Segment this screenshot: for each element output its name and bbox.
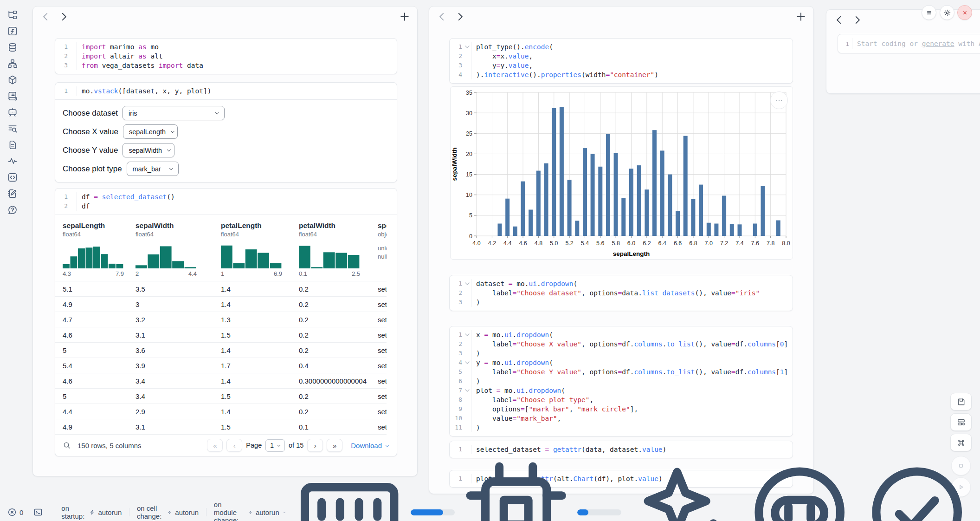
column-prev-button[interactable] xyxy=(436,11,448,23)
fold-chevron-icon[interactable] xyxy=(464,279,471,288)
run-mode-on-cell-change[interactable]: on cell change:autorun xyxy=(129,504,206,520)
table-cell: 1.4 xyxy=(213,300,291,308)
column-dtype: float64 xyxy=(221,231,287,238)
new-cell-editor[interactable]: 1 Start coding or generate with AI xyxy=(838,34,980,53)
fold-spacer xyxy=(464,423,471,432)
sidebar-item-snippets[interactable] xyxy=(4,169,21,185)
choose-y-value-select[interactable]: sepalWidth xyxy=(122,143,174,157)
column-name[interactable]: petalWidth xyxy=(299,221,366,230)
column-name[interactable]: sepalLength xyxy=(63,221,123,230)
table-cell: 3.1 xyxy=(128,331,213,339)
column-name[interactable]: species xyxy=(378,221,387,230)
copilot-button[interactable] xyxy=(744,456,855,521)
code-line: dataset = mo.ui.dropdown( xyxy=(471,279,577,288)
table-cell: 5 xyxy=(55,346,128,354)
line-number: 9 xyxy=(450,404,464,414)
sidebar-item-document[interactable] xyxy=(4,137,21,153)
column-prev-button[interactable] xyxy=(833,14,845,26)
fold-spacer xyxy=(464,349,471,358)
fold-spacer xyxy=(464,298,471,307)
logs-icon xyxy=(7,91,18,101)
sidebar-item-tracing[interactable] xyxy=(4,153,21,169)
first-page-button[interactable]: « xyxy=(207,439,223,452)
column-name[interactable]: sepalWidth xyxy=(135,221,209,230)
sidebar-item-text-search[interactable] xyxy=(4,120,21,137)
sidebar-item-notebook[interactable] xyxy=(4,185,21,202)
svg-text:8.0: 8.0 xyxy=(782,240,790,247)
download-button[interactable]: Download xyxy=(351,442,390,449)
column-next-button[interactable] xyxy=(58,11,70,23)
ai-sparkles-button[interactable] xyxy=(627,456,738,521)
add-cell-button[interactable] xyxy=(399,11,411,23)
terminal-button[interactable] xyxy=(33,508,43,517)
code-editor[interactable]: 1mo.vstack([dataset, x, y, plot]) xyxy=(55,83,397,99)
code-editor[interactable]: 1import marimo as mo2import altair as al… xyxy=(55,39,397,74)
column-name[interactable]: petalLength xyxy=(221,221,287,230)
column-next-button[interactable] xyxy=(454,11,466,23)
generate-with-ai-link[interactable]: generate xyxy=(922,40,954,47)
layout-icon xyxy=(957,418,966,427)
last-page-button[interactable]: » xyxy=(327,439,342,452)
sidebar-item-database[interactable] xyxy=(4,39,21,55)
svg-text:sepalLength: sepalLength xyxy=(613,250,650,257)
editor-placeholder: Start coding or generate with AI xyxy=(852,38,980,49)
histogram-range: 0.12.5 xyxy=(299,270,360,277)
choose-x-value-select[interactable]: sepalLength xyxy=(123,124,178,139)
choose-dataset-select[interactable]: iris xyxy=(122,106,225,120)
connection-status-icon[interactable] xyxy=(861,456,973,521)
svg-text:5: 5 xyxy=(469,212,472,219)
table-cell: 1.5 xyxy=(213,423,291,431)
sidebar-item-function-square[interactable] xyxy=(4,23,21,39)
column-prev-button[interactable] xyxy=(39,11,52,23)
sidebar-item-help[interactable] xyxy=(4,202,21,218)
sidebar-item-logs[interactable] xyxy=(4,88,21,104)
settings-button[interactable] xyxy=(940,5,954,20)
circle-x-icon xyxy=(7,508,17,517)
middle-column-panel: 1plot_type().encode(2 x=x.value,3 y=y.va… xyxy=(429,6,814,494)
chart-menu-button[interactable] xyxy=(770,91,788,109)
column-header-sepalWidth: sepalWidthfloat6424.4 xyxy=(128,215,213,281)
code-editor[interactable]: 1selected_dataset = getattr(data, datase… xyxy=(450,441,793,458)
code-editor[interactable]: 1plot_type().encode(2 x=x.value,3 y=y.va… xyxy=(450,39,793,83)
fold-chevron-icon[interactable] xyxy=(464,330,471,339)
run-mode-on-module-change[interactable]: on module change:autorun xyxy=(206,501,294,521)
save-button[interactable] xyxy=(950,393,972,410)
add-cell-button[interactable] xyxy=(795,11,807,23)
error-indicator[interactable]: 0 xyxy=(7,508,23,517)
bar-chart-canvas[interactable]: 4.04.24.44.64.85.05.25.45.65.86.06.26.46… xyxy=(451,87,793,259)
command-palette-button[interactable] xyxy=(950,434,972,451)
run-mode-on-startup[interactable]: on startup:autorun xyxy=(54,504,129,520)
search-icon[interactable] xyxy=(63,441,71,449)
line-number: 4 xyxy=(450,358,464,367)
notebook-menu-button[interactable] xyxy=(922,5,936,20)
column-header-species: speciesobjectunique:nulls: xyxy=(370,215,387,281)
table-cell: 0.4 xyxy=(291,362,370,370)
table-cell: 0.2 xyxy=(291,346,370,354)
code-line: import marimo as mo xyxy=(77,42,159,52)
sidebar-item-dependency-graph[interactable] xyxy=(4,55,21,72)
shutdown-button[interactable] xyxy=(957,5,972,20)
choose-plot-type-select[interactable]: mark_bar xyxy=(127,162,179,176)
code-editor[interactable]: 1dataset = mo.ui.dropdown(2 label="Choos… xyxy=(450,275,793,311)
line-number: 6 xyxy=(450,377,464,386)
histogram-range: 4.37.9 xyxy=(63,270,124,277)
fold-chevron-icon[interactable] xyxy=(464,42,471,52)
code-line: ) xyxy=(471,423,480,432)
fold-spacer xyxy=(69,61,77,70)
page-select[interactable]: 1 xyxy=(265,439,285,452)
sidebar-item-file-tree[interactable] xyxy=(4,7,21,23)
code-line: ) xyxy=(471,377,480,386)
fold-chevron-icon[interactable] xyxy=(464,358,471,367)
column-next-button[interactable] xyxy=(851,14,864,26)
memory-usage-meter xyxy=(411,509,455,515)
sidebar-item-chatbot[interactable] xyxy=(4,104,21,120)
fold-chevron-icon[interactable] xyxy=(464,386,471,395)
layout-toggle-button[interactable] xyxy=(950,413,972,431)
prev-page-button[interactable]: ‹ xyxy=(226,439,242,452)
svg-text:5.0: 5.0 xyxy=(550,240,558,247)
next-page-button[interactable]: › xyxy=(307,439,323,452)
sidebar-item-package[interactable] xyxy=(4,72,21,88)
code-editor[interactable]: 1x = mo.ui.dropdown(2 label="Choose X va… xyxy=(450,326,793,436)
fold-spacer xyxy=(464,377,471,386)
code-editor[interactable]: 1df = selected_dataset()2df xyxy=(55,189,397,215)
